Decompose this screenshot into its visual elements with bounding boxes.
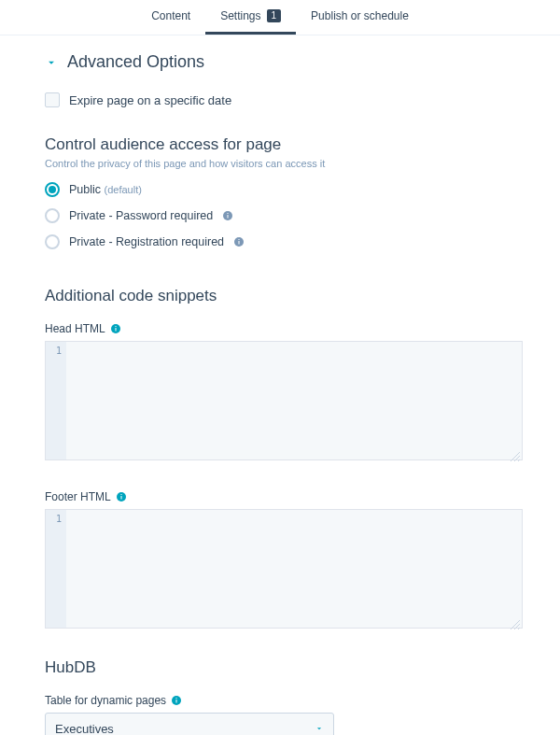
audience-radio-group: Public (default) Private - Password requ…	[45, 182, 523, 249]
tab-publish-label: Publish or schedule	[311, 9, 409, 22]
advanced-options-title: Advanced Options	[67, 52, 204, 72]
footer-html-editor[interactable]: 1	[45, 509, 523, 629]
audience-title: Control audience access for page	[45, 135, 523, 154]
head-html-label: Head HTML	[45, 322, 105, 335]
hubdb-table-select[interactable]: Executives	[45, 713, 334, 735]
svg-rect-14	[176, 698, 177, 699]
advanced-options-toggle[interactable]: Advanced Options	[45, 52, 523, 72]
radio-row-public[interactable]: Public (default)	[45, 182, 523, 197]
head-line1: 1	[56, 346, 62, 356]
info-icon[interactable]	[171, 695, 182, 706]
radio-public-text: Public	[69, 183, 101, 196]
svg-rect-7	[115, 328, 116, 332]
svg-rect-10	[120, 496, 121, 500]
head-html-label-row: Head HTML	[45, 322, 523, 335]
audience-desc: Control the privacy of this page and how…	[45, 158, 523, 169]
radio-public-label: Public (default)	[69, 183, 142, 196]
hubdb-table-label-row: Table for dynamic pages	[45, 694, 523, 707]
resize-grip-icon[interactable]	[511, 448, 520, 458]
svg-rect-4	[239, 241, 240, 245]
tab-publish[interactable]: Publish or schedule	[296, 0, 424, 35]
svg-rect-5	[239, 239, 240, 240]
radio-public[interactable]	[45, 182, 60, 197]
footer-html-label: Footer HTML	[45, 490, 111, 503]
expire-row: Expire page on a specific date	[45, 92, 523, 107]
expire-label: Expire page on a specific date	[69, 93, 231, 107]
info-icon[interactable]	[233, 236, 245, 247]
snippets-title: Additional code snippets	[45, 287, 523, 305]
radio-row-password[interactable]: Private - Password required	[45, 208, 523, 223]
svg-rect-8	[115, 326, 116, 327]
info-icon[interactable]	[110, 323, 121, 334]
head-html-input[interactable]	[66, 342, 522, 459]
radio-password[interactable]	[45, 208, 60, 223]
tabs-bar: Content Settings 1 Publish or schedule	[0, 0, 560, 35]
tab-settings[interactable]: Settings 1	[205, 0, 296, 35]
chevron-down-icon	[45, 56, 58, 69]
resize-grip-icon[interactable]	[511, 616, 520, 626]
info-icon[interactable]	[116, 491, 127, 502]
radio-registration[interactable]	[45, 234, 60, 249]
radio-row-registration[interactable]: Private - Registration required	[45, 234, 523, 249]
radio-password-label: Private - Password required	[69, 209, 213, 222]
settings-badge: 1	[267, 9, 282, 22]
radio-public-default: (default)	[105, 184, 142, 195]
tab-content[interactable]: Content	[136, 0, 205, 35]
info-icon[interactable]	[222, 210, 233, 221]
svg-rect-1	[228, 215, 229, 219]
hubdb-title: HubDB	[45, 658, 523, 677]
head-gutter: 1	[46, 342, 66, 459]
tab-content-label: Content	[151, 9, 190, 22]
svg-rect-13	[176, 700, 177, 703]
footer-html-input[interactable]	[66, 510, 522, 628]
footer-line1: 1	[56, 514, 62, 524]
svg-rect-11	[120, 494, 121, 495]
footer-html-label-row: Footer HTML	[45, 490, 523, 503]
svg-rect-2	[228, 213, 229, 214]
radio-registration-label: Private - Registration required	[69, 235, 224, 248]
head-html-editor[interactable]: 1	[45, 341, 523, 460]
settings-content: Advanced Options Expire page on a specif…	[0, 35, 560, 735]
hubdb-selected-value: Executives	[55, 722, 114, 736]
expire-checkbox[interactable]	[45, 92, 60, 107]
footer-gutter: 1	[46, 510, 66, 628]
tab-settings-label: Settings	[220, 9, 260, 22]
caret-down-icon	[315, 722, 324, 736]
hubdb-table-label: Table for dynamic pages	[45, 694, 166, 707]
